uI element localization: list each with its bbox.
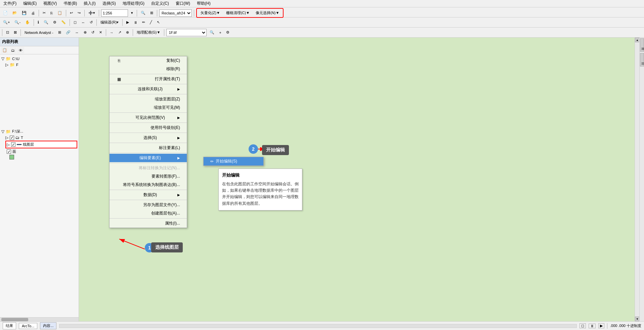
list-by-visibility-btn[interactable]: 👁 [17, 47, 24, 53]
checkbox-face[interactable]: ✓ [7, 149, 11, 154]
right-btn-1[interactable]: 清 [640, 38, 644, 52]
progress-btn-1[interactable]: ◻ [579, 323, 586, 328]
cut-btn[interactable]: ✂ [41, 10, 47, 16]
draw-btn[interactable]: ✏ [140, 19, 147, 26]
sidebar-hscroll[interactable] [0, 317, 79, 321]
zoom-in-btn[interactable]: 🔍+ [1, 19, 11, 26]
menu-create-pkg[interactable]: 创建图层包(A)... [110, 209, 187, 218]
add-data-btn[interactable]: ➕▾ [87, 10, 97, 16]
menu-select[interactable]: 选择(S) ▶ [110, 134, 187, 142]
na-btn7[interactable]: ✕ [97, 29, 104, 36]
identify-btn[interactable]: ℹ [36, 19, 41, 26]
tab-content[interactable]: 内容... [40, 322, 56, 329]
measure-btn[interactable]: 📏 [59, 19, 68, 26]
menu-zoom-visible[interactable]: 缩放至可见(M) [110, 103, 187, 112]
copy-btn[interactable]: ⎘ [49, 10, 54, 16]
save-btn[interactable]: 💾 [20, 10, 28, 16]
menu-save-layer[interactable]: 另存为图层文件(Y)... [110, 201, 187, 209]
play-btn[interactable]: ▶ [125, 19, 131, 26]
georef-btn2[interactable]: ⚙ [224, 29, 231, 36]
georef-add-btn[interactable]: + [217, 30, 223, 36]
select-btn[interactable]: ⊠ [12, 29, 18, 36]
zoom-out-btn[interactable]: 🔍- [13, 19, 22, 26]
na-dropdown[interactable]: Network Analyst - [23, 30, 55, 36]
na-route3-btn[interactable]: ⊕ [124, 29, 131, 36]
edit-tool[interactable]: ↖ [155, 19, 162, 26]
menu-select[interactable]: 选择(S) [100, 0, 118, 7]
editor-dropdown[interactable]: 编辑器(R)▾ [99, 19, 120, 26]
tree-item-line[interactable]: ▷ ✓ 线图层 [5, 141, 77, 148]
magnifier-btn[interactable]: 🔍 [139, 10, 147, 16]
menu-join[interactable]: 连接和关联(J) ▶ [110, 85, 187, 93]
tab-results[interactable]: 结果 [3, 322, 16, 329]
scale-input[interactable] [101, 9, 128, 17]
menu-copy[interactable]: ⎘ 复制(C) [110, 56, 187, 65]
tree-item-t[interactable]: ▷ ✓ 🗂 T [5, 135, 77, 141]
na-route2-btn[interactable]: ↗ [117, 29, 123, 36]
menu-file[interactable]: 文件(F) [1, 0, 18, 7]
na-route-btn[interactable]: → [108, 30, 115, 36]
full-view-btn[interactable]: ◻ [72, 19, 78, 26]
menu-zoom-layer[interactable]: 缩放至图层(Z) [110, 95, 187, 103]
paste-btn[interactable]: 📋 [56, 10, 64, 16]
map-area[interactable]: ⎘ 复制(C) 移除(R) ▦ 打开属性表(T) 连接和关联(J) ▶ 缩 [79, 38, 639, 321]
pixel-select-btn[interactable]: 像元选择(N)▼ [254, 9, 281, 16]
tab-arcto[interactable]: ArcTo... [19, 323, 37, 329]
menu-symbol-convert[interactable]: 将符号系统转换为制图表达(B)... [110, 181, 187, 189]
pan2-btn[interactable]: ↔ [80, 19, 87, 26]
geoprocess-btn[interactable]: ⚙ [51, 19, 58, 26]
menu-insert[interactable]: 插入(I) [82, 0, 97, 7]
scroll-up-btn[interactable]: ▲ [635, 38, 639, 42]
tree-item-f[interactable]: ▷ 📁 F [5, 62, 77, 68]
right-btn-2[interactable]: 渲 [640, 53, 644, 66]
pan-btn[interactable]: ✋ [24, 19, 32, 26]
na-btn4[interactable]: ↔ [74, 30, 81, 36]
na-btn5[interactable]: ⊕ [82, 29, 88, 36]
menu-help[interactable]: 帮助(H) [195, 0, 213, 7]
reclass-select[interactable]: Reclass_afr24 [159, 9, 192, 17]
menu-remove[interactable]: 移除(R) [110, 65, 187, 73]
na-btn3[interactable]: 🔗 [64, 29, 72, 36]
rotate-btn[interactable]: ↺ [88, 19, 94, 26]
list-by-drawing-btn[interactable]: 📋 [1, 47, 9, 53]
menu-customize[interactable]: 自定义(C) [149, 0, 171, 7]
file-select[interactable]: 1F.tif [166, 29, 207, 36]
menu-data[interactable]: 数据(D) ▶ [110, 191, 187, 199]
progress-btn-2[interactable]: ⏸ [589, 324, 596, 328]
menu-anno[interactable]: 将标注转换为注记(N)... [110, 164, 187, 172]
menu-window[interactable]: 窗口(W) [174, 0, 192, 7]
menu-scale-range[interactable]: 可见比例范围(V) ▶ [110, 113, 187, 122]
pause-btn[interactable]: ⏸ [132, 19, 139, 26]
file-tools-btn[interactable]: 🔍 [208, 29, 216, 36]
full-extent-btn[interactable]: ⊞ [148, 10, 155, 16]
redo-btn[interactable]: ↪ [76, 10, 82, 16]
hscroll-thumb[interactable] [1, 318, 28, 321]
map-vscrollbar[interactable]: ▲ ▼ [635, 38, 639, 321]
menu-open-attr[interactable]: ▦ 打开属性表(T) [110, 75, 187, 83]
menu-geoprocessing[interactable]: 地理处理(G) [121, 0, 146, 7]
submenu-start-edit[interactable]: ✏ 开始编辑(S) [204, 157, 263, 166]
menu-symbol-level[interactable]: 使用符号级别(E) [110, 124, 187, 132]
list-by-source-btn[interactable]: 🗂 [9, 47, 16, 53]
menu-properties[interactable]: 属性(I)... [110, 219, 187, 228]
print-btn[interactable]: 🖨 [30, 10, 37, 16]
vectorize-btn[interactable]: 矢量化(Z)▼ [199, 9, 222, 16]
tree-item-face[interactable]: ✓ 面 [5, 148, 77, 155]
menu-edit-features[interactable]: 编辑要素(E) ▶ [110, 154, 187, 162]
open-btn[interactable]: 📂 [11, 10, 19, 16]
geoconfg-btn[interactable]: 地理配准(G)▼ [135, 29, 162, 36]
menu-convert[interactable]: 要素转图形(F)... [110, 172, 187, 181]
na-btn2[interactable]: ⊞ [56, 29, 63, 36]
progress-btn-3[interactable]: ▶ [598, 323, 604, 328]
menu-view[interactable]: 视图(V) [41, 0, 59, 7]
scroll-down-btn[interactable]: ▼ [635, 317, 639, 321]
na-btn6[interactable]: ↺ [90, 29, 96, 36]
menu-bookmark[interactable]: 书签(B) [61, 0, 79, 7]
tree-item-fshen[interactable]: ▽ 📁 F:\深... [1, 128, 77, 135]
checkbox-line[interactable]: ✓ [11, 142, 15, 147]
scale-dropdown[interactable]: ▾ [129, 10, 135, 16]
line-btn[interactable]: ╱ [148, 19, 154, 26]
menu-label[interactable]: 标注要素(L) [110, 144, 187, 152]
tree-item-cau[interactable]: ▽ 📁 C:\U [1, 56, 77, 62]
new-btn[interactable]: 📄 [1, 10, 9, 16]
